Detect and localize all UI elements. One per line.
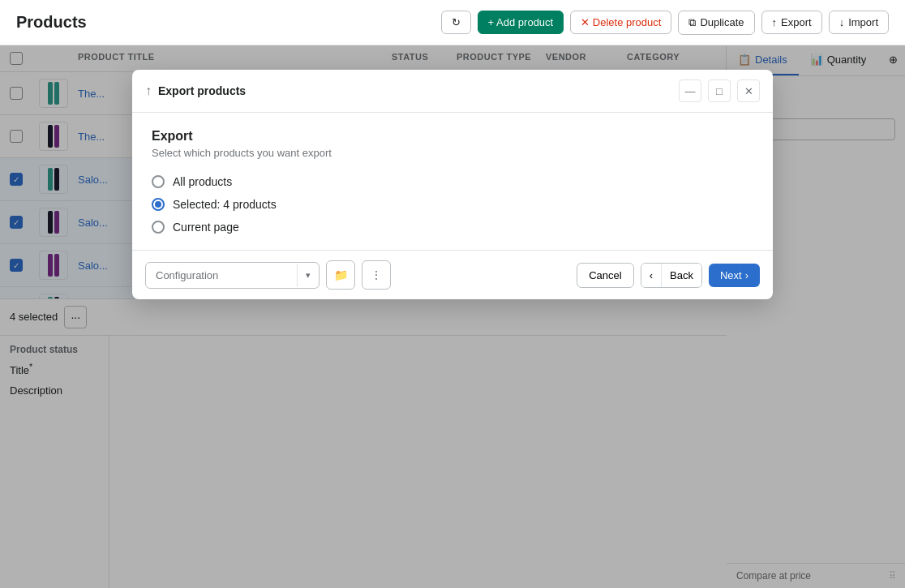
modal-header: ↑ Export products — □ ✕ xyxy=(132,70,773,113)
export-button[interactable]: ↑ Export xyxy=(761,11,822,34)
config-select-text: Configuration xyxy=(146,263,297,288)
export-modal: ↑ Export products — □ ✕ Export Select wh… xyxy=(132,70,773,299)
back-next-nav: ‹ Back xyxy=(641,263,702,288)
modal-minimize-button[interactable]: — xyxy=(679,79,701,102)
duplicate-button[interactable]: ⧉ Duplicate xyxy=(678,11,754,35)
top-bar-actions: ↻ + Add product ✕ Delete product ⧉ Dupli… xyxy=(441,11,889,35)
radio-selected-products[interactable]: Selected: 4 products xyxy=(152,198,753,211)
back-chevron-icon: ‹ xyxy=(650,269,653,281)
import-button[interactable]: ↓ Import xyxy=(829,11,889,34)
modal-close-button[interactable]: ✕ xyxy=(737,79,760,102)
more-footer-button[interactable]: ⋮ xyxy=(362,260,391,290)
radio-selected-circle xyxy=(152,198,165,211)
modal-title: Export products xyxy=(158,84,672,97)
radio-all-circle xyxy=(152,175,165,188)
add-product-button[interactable]: + Add product xyxy=(478,11,564,34)
main-area: PRODUCT TITLE STATUS PRODUCT TYPE VENDOR… xyxy=(0,45,905,588)
modal-body: Export Select which products you want ex… xyxy=(132,113,773,250)
delete-product-button[interactable]: ✕ Delete product xyxy=(570,11,671,34)
more-icon: ⋮ xyxy=(371,268,382,281)
radio-all-label: All products xyxy=(173,175,232,188)
footer-buttons: Cancel ‹ Back Next › xyxy=(577,263,760,288)
back-button[interactable]: Back xyxy=(662,264,701,287)
modal-footer: Configuration ▾ 📁 ⋮ Cancel ‹ xyxy=(132,250,773,299)
refresh-icon: ↻ xyxy=(452,16,461,28)
modal-maximize-button[interactable]: □ xyxy=(708,79,731,102)
modal-section-title: Export xyxy=(152,129,753,144)
radio-current-label: Current page xyxy=(173,221,239,234)
next-btn-container: Next › xyxy=(709,264,760,287)
modal-overlay: ↑ Export products — □ ✕ Export Select wh… xyxy=(0,45,905,588)
radio-all-products[interactable]: All products xyxy=(152,175,753,188)
export-icon: ↑ xyxy=(772,16,778,28)
config-select-arrow-icon: ▾ xyxy=(297,264,319,287)
refresh-button[interactable]: ↻ xyxy=(441,11,471,34)
export-modal-icon: ↑ xyxy=(145,84,152,98)
top-bar: Products ↻ + Add product ✕ Delete produc… xyxy=(0,0,905,45)
config-dropdown[interactable]: Configuration ▾ xyxy=(145,262,320,289)
file-icon: 📁 xyxy=(334,268,348,281)
page-title: Products xyxy=(16,13,87,32)
export-options: All products Selected: 4 products Curren… xyxy=(152,175,753,234)
radio-current-page[interactable]: Current page xyxy=(152,221,753,234)
duplicate-icon: ⧉ xyxy=(688,16,696,29)
import-icon: ↓ xyxy=(839,16,845,28)
back-nav-arrow[interactable]: ‹ xyxy=(641,264,662,287)
radio-current-circle xyxy=(152,221,165,234)
cancel-button[interactable]: Cancel xyxy=(577,263,633,288)
next-button[interactable]: Next › xyxy=(709,264,760,287)
next-chevron-icon: › xyxy=(745,269,748,281)
radio-selected-label: Selected: 4 products xyxy=(173,198,277,211)
file-button[interactable]: 📁 xyxy=(326,260,355,290)
modal-section-sub: Select which products you want export xyxy=(152,147,753,159)
